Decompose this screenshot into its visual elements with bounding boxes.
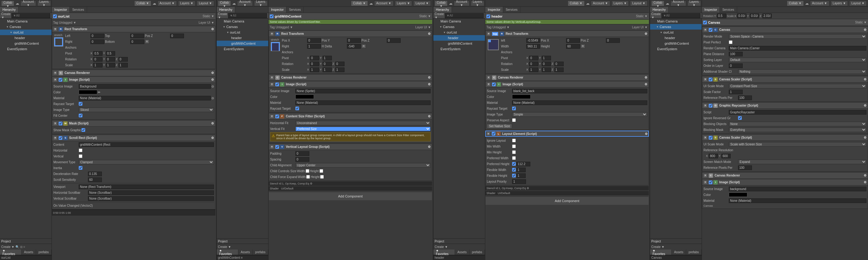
toggle-image-p3[interactable]: ▼ <box>487 82 491 86</box>
pref-height-check-p3[interactable] <box>512 162 516 166</box>
comp-menu3-p1[interactable]: ⚙ <box>211 78 214 81</box>
color-swatch-p4[interactable] <box>729 192 747 197</box>
collab-btn-p1[interactable]: Collab ▼ <box>1 1 14 6</box>
layers-btn-p4[interactable]: Layers ▼ <box>687 1 701 6</box>
create-label-p2[interactable]: Create ▼ <box>218 245 231 249</box>
toggle-canvas-p4[interactable]: ▼ <box>704 28 707 32</box>
create-p4[interactable]: Create ▼ <box>651 12 661 19</box>
reset-btn-p1[interactable]: R <box>145 39 149 44</box>
posx-p3[interactable] <box>566 38 580 43</box>
rot-y-bar-p4[interactable] <box>717 13 726 18</box>
ref-pix1-p4[interactable] <box>738 96 752 100</box>
hfit-select-p2[interactable]: Unconstrained <box>296 121 431 125</box>
show-mask-check-p1[interactable] <box>82 128 85 132</box>
posz-p3[interactable] <box>606 38 620 43</box>
menu-rect-p2[interactable]: ⚙ <box>428 32 431 35</box>
toggle-image-p4[interactable]: ▼ <box>704 181 707 184</box>
inertia-check-p1[interactable] <box>79 166 83 170</box>
toggle-rect-p3[interactable]: ▼ <box>487 32 491 36</box>
comp-menu2-p1[interactable]: ⚙ <box>211 71 214 75</box>
services-tab-p1[interactable]: Services <box>70 7 87 13</box>
spacing-input-p2[interactable] <box>296 157 309 162</box>
material-input-p2[interactable] <box>296 101 431 105</box>
menu-image-p4[interactable]: ⚙ <box>864 181 866 184</box>
account-btn-p3[interactable]: Account ▼ <box>454 1 469 6</box>
create-label-p1[interactable]: Create ▼ <box>1 245 14 249</box>
pivot-y-p3[interactable] <box>542 56 551 61</box>
inspector-tab-p4[interactable]: Inspector <box>702 7 720 13</box>
le-enable-p3[interactable] <box>492 132 495 136</box>
menu-csf-p2[interactable]: ⚙ <box>428 115 431 118</box>
pref-height-input-p3[interactable] <box>517 162 530 166</box>
comp-toggle4-p1[interactable]: ▼ <box>53 122 57 125</box>
layout2-p2[interactable]: Layout ▼ <box>413 1 431 6</box>
plane-dist-p4[interactable] <box>729 52 743 57</box>
rot-y-p3[interactable] <box>542 62 551 66</box>
favorites-tab-p2[interactable]: ★ Favorites <box>217 250 238 255</box>
pixel-perfect-p4[interactable] <box>729 40 733 44</box>
collab-btn-p3[interactable]: Collab ▼ <box>435 1 447 6</box>
prefabs-tab-p3[interactable]: prefabs <box>469 250 485 255</box>
comp-toggle2-p1[interactable]: ▼ <box>53 71 57 75</box>
collab2-p1[interactable]: Collab ▼ <box>134 1 151 6</box>
horiz-check-p1[interactable] <box>79 148 83 152</box>
layers-btn-p1[interactable]: Layers ▼ <box>37 1 51 6</box>
tree-item-ourlist-p1[interactable]: ▼ ourList <box>0 30 52 35</box>
ui-scale-mode2-p4[interactable]: Scale with Screen Size <box>729 142 866 147</box>
vlg-enable-p2[interactable] <box>275 145 279 149</box>
input-posz[interactable] <box>170 34 184 38</box>
rot-z-p2[interactable] <box>335 62 344 66</box>
menu-image-p2[interactable]: ⚙ <box>428 82 431 86</box>
tree-eventsystem-p4[interactable]: EventSystem <box>650 46 702 52</box>
favorites-tab-p3[interactable]: ★ Favorites <box>433 250 455 255</box>
render-camera-p4[interactable] <box>729 46 866 50</box>
scale-y-p2[interactable] <box>322 68 332 72</box>
tree-item-eventsystem-p1[interactable]: EventSystem <box>0 46 52 52</box>
tree-canvas-p2[interactable]: ▼Canvas <box>217 24 268 30</box>
tree-eventsystem-p3[interactable]: EventSystem <box>433 46 485 52</box>
tree-gridwithcontent-p4[interactable]: gridWithContent <box>650 41 702 46</box>
canvas-comp-enable-p4[interactable] <box>709 28 712 32</box>
account-btn-p4[interactable]: Account ▼ <box>671 1 686 6</box>
material-p3[interactable] <box>512 101 647 105</box>
input-pivot-y[interactable] <box>106 51 115 56</box>
scale-y-bar-p4[interactable] <box>750 13 759 18</box>
color-swatch-p1[interactable] <box>79 90 97 94</box>
object-enable-p1[interactable] <box>53 14 57 18</box>
input-rot-y[interactable] <box>106 57 115 62</box>
comp-menu-p1[interactable]: ⚙ <box>211 28 214 31</box>
toggle-csf-p2[interactable]: ▼ <box>270 115 274 118</box>
screen-match-p4[interactable]: Expand <box>738 159 866 164</box>
layout2-p3[interactable]: Layout ▼ <box>630 1 648 6</box>
menu-cr-p4[interactable]: ⚙ <box>864 174 866 177</box>
color-swatch-p2[interactable] <box>296 95 314 99</box>
image-enable-p3[interactable] <box>492 82 496 86</box>
content-input-p1[interactable] <box>79 142 214 147</box>
layers-btn-p2[interactable]: Layers ▼ <box>254 1 268 6</box>
toggle-cr-p3[interactable]: ▼ <box>487 76 491 79</box>
child-align-select-p2[interactable]: Upper Center <box>296 163 431 168</box>
assets-tab-p1[interactable]: Assets <box>22 250 36 255</box>
flex-width-check-p3[interactable] <box>512 168 516 172</box>
ref-pix2-p4[interactable] <box>738 165 752 170</box>
flex-width-val-p3[interactable] <box>517 168 526 172</box>
layers2-p2[interactable]: Layers ▼ <box>395 1 412 6</box>
account2-p2[interactable]: Account ▼ <box>374 1 394 6</box>
account2-p1[interactable]: Account ▼ <box>157 1 177 6</box>
hierarchy-create-p1[interactable]: Create ▼ <box>1 12 11 19</box>
blocking-obj-p4[interactable]: None <box>729 122 866 126</box>
tree-ourlist-p4[interactable]: ▼ourList <box>650 30 702 35</box>
rot-x-p3[interactable] <box>529 62 538 66</box>
vscroll-input-p1[interactable] <box>88 196 214 201</box>
favorites-tab-p4[interactable]: ★ Favorites <box>650 250 672 255</box>
width-input-p2[interactable] <box>307 44 321 49</box>
input-pivot-x[interactable] <box>93 51 102 56</box>
assets-tab-p4[interactable]: Assets <box>672 250 686 255</box>
hierarchy-tab-p1[interactable]: Hierarchy <box>0 7 19 13</box>
sorting-layer-p4[interactable]: Default <box>729 58 866 62</box>
collab2-p4[interactable]: Collab ▼ <box>787 1 804 6</box>
tree-main-cam-p3[interactable]: Main Camera <box>433 18 485 24</box>
favorites-tab-p1[interactable]: ★ Favorites <box>0 250 22 255</box>
services-tab-p3[interactable]: Services <box>503 7 520 13</box>
tree-canvas-p3[interactable]: ▼Canvas <box>433 24 485 30</box>
